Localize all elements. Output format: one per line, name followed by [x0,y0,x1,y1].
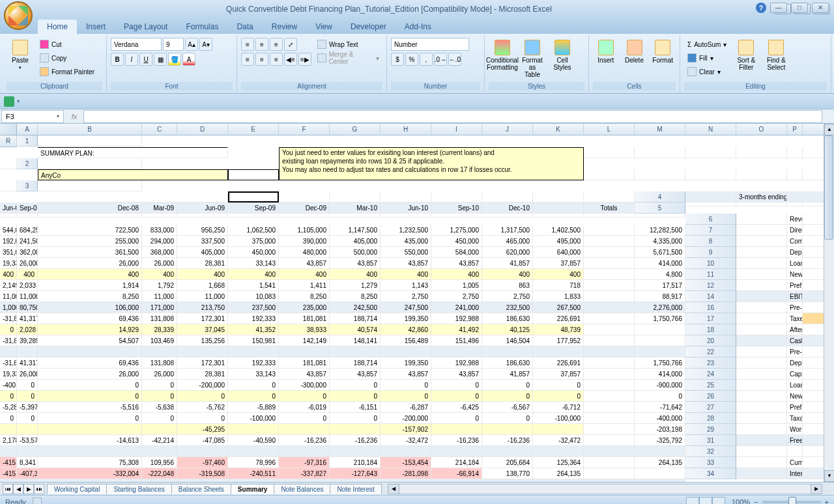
align-right-button[interactable]: ≡ [270,53,283,66]
scissors-icon [40,40,49,49]
sheet-tab-summary[interactable]: Summary [231,484,275,494]
group-alignment: Alignment [241,82,382,91]
macro-icon[interactable] [33,497,42,505]
indent-dec-button[interactable]: ◀≡ [284,53,297,66]
align-middle-button[interactable]: ≡ [255,38,268,51]
tab-addins[interactable]: Add-Ins [395,20,440,34]
merge-icon [317,53,326,63]
format-table-button[interactable]: Format as Table [519,38,546,80]
ribbon-tabs: Home Insert Page Layout Formulas Data Re… [0,18,834,34]
underline-button[interactable]: U [139,53,152,66]
italic-button[interactable]: I [125,53,138,66]
insert-icon [598,40,614,55]
font-size-input[interactable] [163,38,184,51]
number-format-select[interactable] [391,38,469,51]
group-clipboard: Clipboard [7,82,102,91]
sheet-tab-starting-balances[interactable]: Starting Balances [106,484,171,494]
align-bottom-button[interactable]: ≡ [270,38,283,51]
format-cells-button[interactable]: Format [650,38,676,66]
formula-bar: F3 fx [0,109,834,124]
zoom-in-button[interactable]: + [825,498,829,505]
sheet-nav-next[interactable]: ▶ [23,484,34,494]
sheet-tab-note-balances[interactable]: Note Balances [274,484,330,494]
sheet-tab-bar: ⏮ ◀ ▶ ⏭ Working CapitalStarting Balances… [0,482,834,495]
font-color-button[interactable]: A [182,53,195,66]
funnel-icon [738,40,754,55]
insert-cells-button[interactable]: Insert [593,38,619,66]
view-pagebreak-button[interactable] [712,497,725,505]
cond-format-button[interactable]: Conditional Formatting [489,38,516,73]
font-name-input[interactable] [111,38,162,51]
border-button[interactable]: ▦ [154,53,167,66]
copy-button[interactable]: Copy [36,51,98,64]
find-select-button[interactable]: Find & Select [762,38,790,73]
doc-minimize[interactable]: — [770,3,787,13]
tab-page-layout[interactable]: Page Layout [115,20,177,34]
save-button[interactable] [4,96,14,107]
view-normal-button[interactable] [686,497,699,505]
sheet-nav-last[interactable]: ⏭ [34,484,44,494]
eraser-icon [687,67,697,76]
doc-restore[interactable]: □ [791,3,808,13]
vertical-scrollbar[interactable] [824,124,834,482]
autosum-button[interactable]: Σ AutoSum ▾ [684,38,730,51]
group-cells: Cells [593,82,676,91]
wrap-text-button[interactable]: Wrap Text [314,38,382,51]
fill-icon [687,53,697,63]
fill-button[interactable]: Fill ▾ [684,51,730,64]
sheet-tab-note-interest[interactable]: Note Interest [330,484,381,494]
qat-dropdown-icon[interactable]: ▾ [17,98,20,104]
styles-icon [554,40,570,55]
sheet-tab-working-capital[interactable]: Working Capital [47,484,107,494]
align-top-button[interactable]: ≡ [241,38,254,51]
paste-button[interactable]: Paste▾ [7,38,34,72]
view-layout-button[interactable] [699,497,712,505]
zoom-level[interactable]: 100% [732,498,750,505]
vscroll-thumb[interactable] [824,135,833,240]
bold-button[interactable]: B [111,53,124,66]
dec-decimal-button[interactable]: ←.0 [448,53,461,66]
cut-button[interactable]: Cut [36,38,98,51]
align-center-button[interactable]: ≡ [255,53,268,66]
zoom-slider[interactable] [762,501,821,503]
zoom-out-button[interactable]: − [754,498,758,505]
tab-formulas[interactable]: Formulas [177,20,227,34]
format-painter-button[interactable]: Format Painter [36,65,98,78]
comma-button[interactable]: , [420,53,433,66]
name-box[interactable]: F3 [1,110,64,123]
sheet-nav-first[interactable]: ⏮ [3,484,13,494]
tab-insert[interactable]: Insert [77,20,115,34]
doc-close[interactable]: ✕ [812,3,829,13]
delete-cells-button[interactable]: Delete [622,38,648,66]
shrink-font-button[interactable]: A▾ [199,38,212,51]
brush-icon [40,67,49,76]
spreadsheet-grid[interactable]: ABCDEFGHIJKLMNOPQR1SUMMARY PLAN:You just… [0,124,834,482]
tab-home[interactable]: Home [38,20,77,34]
grow-font-button[interactable]: A▴ [185,38,198,51]
fx-icon[interactable]: fx [69,113,79,120]
sheet-nav-prev[interactable]: ◀ [13,484,23,494]
tab-view[interactable]: View [306,20,341,34]
fill-color-button[interactable]: 🪣 [168,53,181,66]
tab-developer[interactable]: Developer [341,20,395,34]
indent-inc-button[interactable]: ≡▶ [298,53,311,66]
status-bar: Ready 100% − + [0,495,834,504]
horizontal-scrollbar[interactable] [388,484,822,494]
tab-data[interactable]: Data [227,20,262,34]
sheet-tab-balance-sheets[interactable]: Balance Sheets [171,484,231,494]
currency-button[interactable]: $ [391,53,404,66]
merge-center-button[interactable]: Merge & Center ▾ [314,51,382,64]
help-icon[interactable]: ? [756,3,766,13]
formula-input[interactable] [83,110,822,123]
office-button[interactable] [4,1,33,30]
percent-button[interactable]: % [405,53,418,66]
cell-styles-button[interactable]: Cell Styles [549,38,576,73]
clear-button[interactable]: Clear ▾ [684,65,730,78]
orientation-button[interactable]: ⤢ [284,38,297,51]
tab-review[interactable]: Review [263,20,306,34]
group-number: Number [391,82,480,91]
sort-filter-button[interactable]: Sort & Filter [732,38,760,73]
binoculars-icon [768,40,784,55]
align-left-button[interactable]: ≡ [241,53,254,66]
inc-decimal-button[interactable]: .0→ [434,53,447,66]
